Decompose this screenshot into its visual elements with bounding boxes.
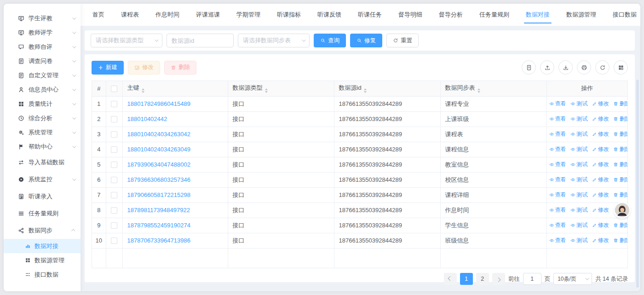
row-checkbox[interactable] <box>111 116 117 122</box>
pager-page-2[interactable]: 2 <box>476 273 489 285</box>
datasource-type-select[interactable]: 请选择数据源类型 <box>91 34 162 47</box>
column-source-id[interactable]: 数据源id <box>334 81 440 96</box>
sidebar-item-import-base-data[interactable]: 导入基础数据 <box>4 154 80 171</box>
tool-button-refresh[interactable] <box>595 60 610 75</box>
select-all-checkbox[interactable] <box>111 86 117 92</box>
row-action-view[interactable]: 查看 <box>549 145 566 153</box>
row-action-delete[interactable]: 删除 <box>613 161 627 168</box>
next-page-button[interactable] <box>492 273 505 285</box>
row-action-edit[interactable]: 修改 <box>592 115 609 123</box>
tab-listening-indicators[interactable]: 听课指标 <box>269 4 309 26</box>
tool-button-upload[interactable] <box>540 60 554 75</box>
row-action-edit[interactable]: 修改 <box>592 176 609 184</box>
sidebar-subitem-interface-data[interactable]: 接口数据 <box>4 267 80 282</box>
sidebar-item-quality-statistics[interactable]: 质量统计 <box>4 97 80 111</box>
row-key-link[interactable]: 1879066058172215298 <box>127 191 190 198</box>
row-action-delete[interactable]: 删除 <box>613 100 627 108</box>
sidebar-item-teacher-evaluate-learning[interactable]: 教师评学 <box>4 25 80 40</box>
sidebar-item-custom-management[interactable]: 自定义管理 <box>4 68 80 82</box>
sidebar-item-system-management[interactable]: 系统管理 <box>4 125 80 139</box>
tab-class-patrol[interactable]: 评课巡课 <box>188 4 228 26</box>
sidebar-item-lecture-entry[interactable]: 听课录入 <box>4 188 80 205</box>
row-action-view[interactable]: 查看 <box>549 191 566 199</box>
modify-button[interactable]: 修改 <box>128 61 160 75</box>
column-key[interactable]: 主键 <box>122 81 228 96</box>
tab-listening-tasks[interactable]: 听课任务 <box>350 4 390 26</box>
row-checkbox[interactable] <box>111 177 117 183</box>
tool-button-download[interactable] <box>558 60 573 75</box>
row-action-edit[interactable]: 修改 <box>592 100 609 108</box>
row-key-link[interactable]: 1878706733964713986 <box>127 237 190 244</box>
row-action-view[interactable]: 查看 <box>549 130 566 138</box>
sort-icon[interactable] <box>364 88 367 93</box>
goto-page-input[interactable] <box>523 273 541 285</box>
row-action-edit[interactable]: 修改 <box>592 161 609 168</box>
row-action-test[interactable]: 测试 <box>570 161 587 168</box>
row-action-view[interactable]: 查看 <box>549 206 566 214</box>
new-button[interactable]: 新建 <box>92 61 124 75</box>
row-checkbox[interactable] <box>111 192 117 198</box>
row-action-test[interactable]: 测试 <box>570 176 587 184</box>
row-action-delete[interactable]: 删除 <box>613 237 627 244</box>
column-sync-table[interactable]: 数据同步表 <box>440 81 546 96</box>
tab-supervision-detail[interactable]: 督导明细 <box>390 4 431 26</box>
row-checkbox[interactable] <box>111 101 117 107</box>
row-action-test[interactable]: 测试 <box>570 115 587 123</box>
sidebar-item-system-monitor[interactable]: 系统监控 <box>4 171 80 188</box>
row-key-link[interactable]: 1880104024034263049 <box>127 146 190 153</box>
tab-data-connect[interactable]: 数据对接 <box>518 4 558 26</box>
tool-button-print[interactable] <box>577 60 591 75</box>
row-checkbox[interactable] <box>111 162 117 168</box>
sidebar-item-teacher-self-evaluation[interactable]: 教师自评 <box>4 40 80 54</box>
scrollbar-thumb[interactable] <box>636 80 639 288</box>
row-key-link[interactable]: 1880104024034263042 <box>127 131 190 138</box>
sort-icon[interactable] <box>477 88 480 93</box>
row-action-edit[interactable]: 修改 <box>592 145 609 153</box>
row-action-test[interactable]: 测试 <box>570 100 587 108</box>
row-action-delete[interactable]: 删除 <box>613 191 627 199</box>
row-action-view[interactable]: 查看 <box>549 221 566 229</box>
row-key-link[interactable]: 1878981173948497922 <box>127 207 190 214</box>
row-action-delete[interactable]: 删除 <box>613 130 627 138</box>
page-size-select[interactable]: 10条/页 <box>553 273 592 285</box>
tab-semester-management[interactable]: 学期管理 <box>228 4 269 26</box>
row-action-view[interactable]: 查看 <box>549 176 566 184</box>
row-action-delete[interactable]: 删除 <box>613 176 627 184</box>
tool-button-export-file[interactable] <box>522 60 536 75</box>
row-key-link[interactable]: 1880178249860415489 <box>127 100 190 107</box>
prev-page-button[interactable] <box>444 273 457 285</box>
delete-button[interactable]: 删除 <box>164 61 196 75</box>
row-action-delete[interactable]: 删除 <box>613 145 627 153</box>
row-action-edit[interactable]: 修改 <box>592 130 609 138</box>
sidebar-subitem-data-connect[interactable]: 数据对接 <box>4 239 80 253</box>
row-action-edit[interactable]: 修改 <box>592 221 609 229</box>
query-button[interactable]: 查询 <box>314 34 346 47</box>
sidebar-item-comprehensive-analysis[interactable]: 综合分析 <box>4 111 80 125</box>
row-checkbox[interactable] <box>111 222 117 229</box>
row-key-link[interactable]: 1879366306803257346 <box>127 176 190 183</box>
sidebar-item-help-center[interactable]: 帮助中心 <box>4 139 80 154</box>
support-avatar[interactable] <box>615 203 629 217</box>
row-checkbox[interactable] <box>111 207 117 214</box>
tool-button-column-settings[interactable] <box>614 60 628 75</box>
datasource-id-input[interactable] <box>167 34 234 47</box>
column-type[interactable]: 数据源类型 <box>228 81 334 96</box>
tab-datasource-management[interactable]: 数据源管理 <box>558 4 604 26</box>
sidebar-item-student-evaluation[interactable]: 学生评教 <box>4 11 80 25</box>
sidebar-item-informant-center[interactable]: 信息员中心 <box>4 82 80 97</box>
row-checkbox[interactable] <box>111 131 117 138</box>
row-action-test[interactable]: 测试 <box>570 130 587 138</box>
sync-table-select[interactable]: 请选择数据同步表 <box>238 34 310 47</box>
row-action-test[interactable]: 测试 <box>570 191 587 199</box>
tab-listening-feedback[interactable]: 听课反馈 <box>309 4 350 26</box>
row-action-delete[interactable]: 删除 <box>613 115 627 123</box>
row-action-test[interactable]: 测试 <box>570 145 587 153</box>
row-action-test[interactable]: 测试 <box>570 206 587 214</box>
row-action-delete[interactable]: 删除 <box>613 221 627 229</box>
sidebar-item-survey-questionnaire[interactable]: 调查问卷 <box>4 54 80 68</box>
row-action-test[interactable]: 测试 <box>570 237 587 244</box>
tab-course-table[interactable]: 课程表 <box>113 4 147 26</box>
row-action-view[interactable]: 查看 <box>549 237 566 244</box>
sidebar-item-workload-rules[interactable]: 任务量规则 <box>4 205 80 222</box>
row-checkbox[interactable] <box>111 146 117 153</box>
